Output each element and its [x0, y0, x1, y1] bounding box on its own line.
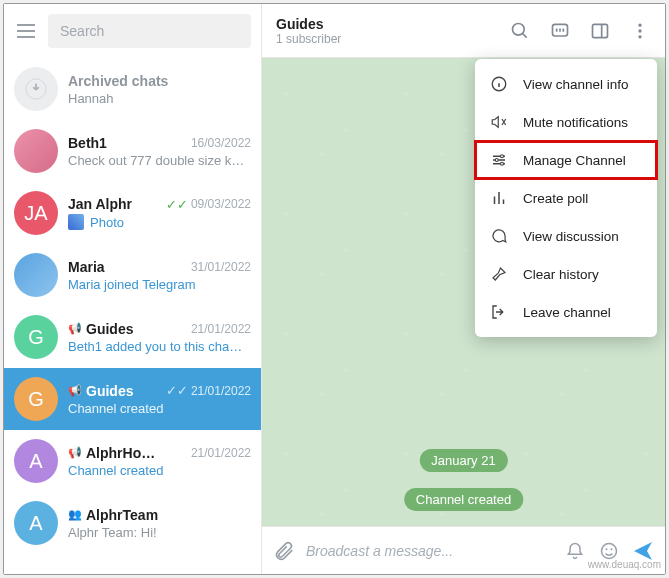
chat-item-guides-2[interactable]: G 📢 Guides ✓✓ 21/01/2022 C [4, 368, 261, 430]
channel-subtitle: 1 subscriber [276, 32, 501, 46]
avatar: A [14, 501, 58, 545]
svg-point-5 [638, 23, 641, 26]
chat-name: Beth1 [68, 135, 107, 151]
svg-point-8 [602, 543, 617, 558]
sidepanel-icon[interactable] [589, 20, 611, 42]
chat-name: Jan Alphr [68, 196, 132, 212]
chat-preview: Channel created [68, 401, 251, 416]
svg-point-14 [501, 162, 504, 165]
archived-icon [14, 67, 58, 111]
hamburger-menu-icon[interactable] [14, 19, 38, 43]
chat-preview: Check out 777 double size ko… [68, 153, 251, 168]
more-menu-icon[interactable] [629, 20, 651, 42]
megaphone-icon: 📢 [68, 322, 82, 335]
chat-name: Maria [68, 259, 105, 275]
chat-header: Guides 1 subscriber [262, 4, 665, 58]
chat-pane: Guides 1 subscriber [262, 4, 665, 574]
svg-point-2 [513, 23, 525, 35]
sidebar-header [4, 4, 261, 58]
avatar [14, 253, 58, 297]
chat-item-jan-alphr[interactable]: JA Jan Alphr ✓✓ 09/03/2022 Photo [4, 182, 261, 244]
menu-view-channel-info[interactable]: View channel info [475, 65, 657, 103]
chat-date: 21/01/2022 [191, 322, 251, 336]
read-checks-icon: ✓✓ [166, 383, 188, 398]
avatar: G [14, 315, 58, 359]
menu-label: Manage Channel [523, 153, 626, 168]
menu-view-discussion[interactable]: View discussion [475, 217, 657, 255]
broom-icon [489, 264, 509, 284]
menu-label: Mute notifications [523, 115, 628, 130]
poll-icon [489, 188, 509, 208]
menu-manage-channel[interactable]: Manage Channel [475, 141, 657, 179]
chat-name: 👥 AlphrTeam [68, 507, 158, 523]
avatar: G [14, 377, 58, 421]
search-icon[interactable] [509, 20, 531, 42]
menu-clear-history[interactable]: Clear history [475, 255, 657, 293]
mute-icon [489, 112, 509, 132]
chat-date: 16/03/2022 [191, 136, 251, 150]
discussion-bubble-icon [489, 226, 509, 246]
info-icon [489, 74, 509, 94]
leave-icon [489, 302, 509, 322]
chat-preview: Maria joined Telegram [68, 277, 251, 292]
menu-label: Leave channel [523, 305, 611, 320]
date-badge: January 21 [419, 449, 507, 472]
avatar: JA [14, 191, 58, 235]
svg-point-7 [638, 35, 641, 38]
notification-icon[interactable] [563, 539, 587, 563]
system-message: Channel created [404, 488, 523, 511]
svg-rect-4 [593, 24, 608, 37]
chat-list[interactable]: Archived chats Hannah Beth1 16/03/2022 C… [4, 58, 261, 574]
chat-preview: Alphr Team: Hi! [68, 525, 251, 540]
attach-icon[interactable] [272, 539, 296, 563]
menu-label: Clear history [523, 267, 599, 282]
chat-item-archived[interactable]: Archived chats Hannah [4, 58, 261, 120]
chat-name: Archived chats [68, 73, 168, 89]
avatar: A [14, 439, 58, 483]
chat-item-guides-1[interactable]: G 📢 Guides 21/01/2022 Beth1 added you to… [4, 306, 261, 368]
sidebar: Archived chats Hannah Beth1 16/03/2022 C… [4, 4, 262, 574]
chat-preview: Hannah [68, 91, 251, 106]
chat-item-alphrteam[interactable]: A 👥 AlphrTeam Alphr Team: Hi! [4, 492, 261, 554]
menu-label: View discussion [523, 229, 619, 244]
read-checks-icon: ✓✓ [166, 197, 188, 212]
channel-menu: View channel info Mute notifications Man… [475, 59, 657, 337]
chat-date: 31/01/2022 [191, 260, 251, 274]
chat-preview: Beth1 added you to this cha… [68, 339, 251, 354]
svg-point-12 [501, 155, 504, 158]
watermark: www.deuaq.com [588, 559, 661, 570]
megaphone-icon: 📢 [68, 446, 82, 459]
chat-name: 📢 Guides [68, 321, 133, 337]
main-layout: Archived chats Hannah Beth1 16/03/2022 C… [4, 4, 665, 574]
search-input[interactable] [48, 14, 251, 48]
photo-thumb-icon [68, 214, 84, 230]
settings-sliders-icon [489, 150, 509, 170]
menu-label: Create poll [523, 191, 588, 206]
menu-label: View channel info [523, 77, 629, 92]
discussion-icon[interactable] [549, 20, 571, 42]
chat-header-titles[interactable]: Guides 1 subscriber [276, 16, 501, 46]
chat-date: ✓✓ 09/03/2022 [166, 197, 251, 212]
chat-preview: Photo [68, 214, 251, 230]
channel-title: Guides [276, 16, 501, 32]
chat-name: 📢 AlphrHo… [68, 445, 155, 461]
chat-preview: Channel created [68, 463, 251, 478]
chat-date: 21/01/2022 [191, 446, 251, 460]
group-icon: 👥 [68, 508, 82, 521]
menu-create-poll[interactable]: Create poll [475, 179, 657, 217]
svg-point-9 [606, 548, 608, 550]
chat-name: 📢 Guides [68, 383, 133, 399]
menu-mute-notifications[interactable]: Mute notifications [475, 103, 657, 141]
svg-point-10 [611, 548, 613, 550]
chat-item-alphrho[interactable]: A 📢 AlphrHo… 21/01/2022 Channel created [4, 430, 261, 492]
chat-item-beth1[interactable]: Beth1 16/03/2022 Check out 777 double si… [4, 120, 261, 182]
chat-item-maria[interactable]: Maria 31/01/2022 Maria joined Telegram [4, 244, 261, 306]
megaphone-icon: 📢 [68, 384, 82, 397]
menu-leave-channel[interactable]: Leave channel [475, 293, 657, 331]
svg-point-13 [495, 159, 498, 162]
chat-date: ✓✓ 21/01/2022 [166, 383, 251, 398]
message-input[interactable] [306, 543, 553, 559]
telegram-window: — ☐ ✕ Archived chats Hannah [3, 3, 666, 575]
svg-point-6 [638, 29, 641, 32]
header-icons [509, 20, 651, 42]
